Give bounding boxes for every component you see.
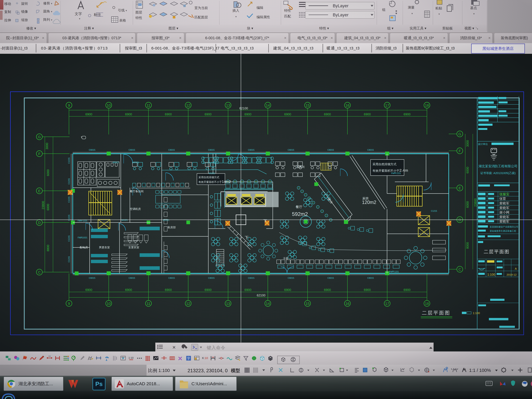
svg-text:1:1 / 100%: 1:1 / 100% (469, 368, 491, 373)
svg-text:213223, 230104, 0: 213223, 230104, 0 (188, 368, 228, 373)
svg-text:1:10: 1:10 (128, 356, 133, 359)
svg-text:模型: 模型 (231, 368, 240, 373)
svg-text:字: 字 (187, 356, 190, 360)
svg-text:比例 1:100: 比例 1:100 (148, 368, 170, 373)
svg-text:K:10: K:10 (202, 356, 208, 360)
